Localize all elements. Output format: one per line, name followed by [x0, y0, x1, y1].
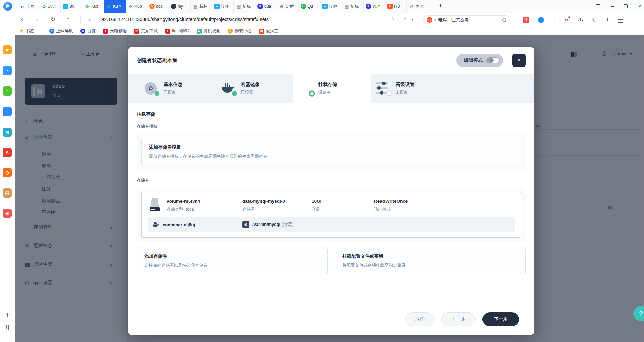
m-app-icon[interactable]: M: [3, 128, 12, 137]
bookmark-item[interactable]: ☺游戏中心: [228, 28, 251, 34]
bookmark-item[interactable]: ❋百度: [80, 28, 96, 34]
favorites-icon[interactable]: ★: [3, 45, 12, 54]
newtab-grid-icon: ▦: [193, 4, 198, 9]
browser-tab[interactable]: ▦新标: [342, 0, 364, 13]
sidebar-panel-icon[interactable]: [596, 4, 600, 9]
browser-tab[interactable]: ⊕定时: [277, 0, 299, 13]
step-container-image[interactable]: 容器镜像已设置: [216, 74, 293, 103]
status-badge: [232, 91, 237, 96]
browser-tab-active[interactable]: ❖Ku×: [104, 0, 126, 13]
volume-mount-row: container-xlj6uj ⚙ /var/lib/mysql (读写): [148, 217, 515, 232]
bilibili-icon: ••: [63, 4, 68, 9]
url-field[interactable]: 192.168.124.101:30880/shangyitong/cluste…: [99, 17, 389, 22]
undo-icon[interactable]: ↺▾: [577, 17, 583, 23]
maximize-button[interactable]: [624, 4, 628, 8]
browser-tab[interactable]: C(73: [385, 0, 407, 13]
minimize-button[interactable]: –: [611, 3, 614, 9]
browser-tab[interactable]: ••80、: [61, 0, 82, 13]
bookmark-item[interactable]: e上网导航: [49, 28, 73, 34]
wechat-icon[interactable]: ••: [3, 86, 12, 96]
refresh-button[interactable]: ↻: [51, 16, 55, 23]
dark-mode-moon-icon[interactable]: ☾: [592, 17, 596, 23]
browser-tab[interactable]: ••哔哩: [212, 0, 234, 13]
close-modal-button[interactable]: ×: [512, 54, 526, 67]
step-mount-storage-active[interactable]: 挂载存储设置中: [293, 74, 371, 103]
share-icon[interactable]: ↗: [403, 16, 407, 21]
bookmark-item[interactable]: T天猫精选: [103, 28, 127, 34]
add-volume-template-box[interactable]: 添加存储卷模板 添加存储卷模板，存储卷的生命周期将随容器组的生命周期存在: [141, 138, 521, 165]
cancel-button[interactable]: 取消: [405, 312, 435, 326]
search-box[interactable]: S ▾ 电焊工证怎么考: [423, 15, 510, 24]
lightning-icon[interactable]: ϟ: [391, 16, 394, 22]
browser-tab[interactable]: ❋管理: [364, 0, 385, 13]
browser-tab[interactable]: CQu: [299, 0, 320, 13]
previous-step-button[interactable]: 上一步: [441, 312, 476, 326]
adobe-pdf-icon[interactable]: A: [3, 148, 12, 157]
status-badge: [309, 90, 315, 97]
tab-close-icon[interactable]: ×: [119, 4, 121, 9]
browser-tab[interactable]: ◎怎么: [407, 0, 428, 13]
new-tab-button[interactable]: +: [439, 2, 442, 9]
docker-icon: [152, 222, 159, 228]
browser-tab[interactable]: ••哔哩: [320, 0, 342, 13]
bookmark-star-icon[interactable]: ☆: [87, 16, 92, 23]
back-button[interactable]: ‹: [21, 16, 23, 23]
browser-tab[interactable]: e上网: [18, 0, 39, 13]
download-icon[interactable]: ↓: [553, 17, 556, 23]
modal-header: 创建有状态副本集 编辑模式 ×: [128, 47, 534, 74]
dock-add-icon[interactable]: +: [3, 311, 12, 320]
home-button[interactable]: ⌂: [66, 16, 70, 23]
field-label: 存储卷: [137, 178, 526, 183]
storage-box-icon[interactable]: ▤: [3, 188, 12, 198]
edit-mode-toggle[interactable]: 编辑模式: [456, 54, 503, 67]
engine-dropdown-icon[interactable]: ▾: [435, 18, 436, 22]
tmall-icon: T: [103, 29, 108, 34]
search-app-icon[interactable]: Q: [3, 168, 12, 177]
infinity-icon[interactable]: ∞: [538, 17, 544, 23]
volume-card[interactable]: volume-m5f3n4存储类型: local data-mysql-mysq…: [141, 192, 521, 238]
menu-icon[interactable]: [618, 18, 623, 23]
screenshot-scissors-icon[interactable]: ✂: [565, 17, 569, 23]
plus-icon[interactable]: +: [605, 16, 609, 24]
toggle-switch[interactable]: [486, 57, 500, 63]
add-volume-box[interactable]: 添加存储卷 支持临时存储卷以及持久化存储卷: [137, 247, 328, 274]
step-advanced-settings[interactable]: 高级设置未设置: [371, 74, 448, 103]
browser-tab[interactable]: Sdoc: [147, 0, 169, 13]
translate-icon[interactable]: 译: [523, 17, 529, 23]
close-window-button[interactable]: ×: [638, 3, 641, 10]
clock-icon[interactable]: ◔: [3, 66, 12, 75]
browser-tab[interactable]: ↺历史: [39, 0, 61, 13]
tencent-video-icon: ▶: [197, 29, 202, 34]
sogou-icon: S: [149, 4, 155, 9]
dock-collapse-icon[interactable]: ⟨|: [3, 322, 12, 331]
quark-icon: ◎: [409, 4, 414, 9]
browser-tab[interactable]: ❖Kub: [126, 0, 147, 13]
browser-logo-icon[interactable]: [3, 2, 12, 11]
bookmark-item[interactable]: ▶腾讯视频: [197, 28, 220, 34]
bookmarks-manager[interactable]: ★书签: [19, 28, 34, 34]
window-controls: – ×: [596, 0, 641, 13]
bookmark-item[interactable]: Fflash游戏: [165, 28, 189, 34]
browser-tab[interactable]: ❋qua: [255, 0, 277, 13]
browser-tab[interactable]: ▦新标: [191, 0, 212, 13]
forward-button[interactable]: ›: [36, 16, 38, 23]
browser-tab[interactable]: ▦新标: [234, 0, 255, 13]
browser-tab[interactable]: ❖Kub: [82, 0, 104, 13]
step-basic-info[interactable]: 基本信息已设置: [139, 74, 216, 103]
modal-title: 创建有状态副本集: [137, 57, 177, 64]
status-badge: [386, 90, 392, 96]
divider: [42, 29, 42, 33]
bookmark-item[interactable]: 淘爱淘宝: [259, 28, 278, 34]
newtab-grid-icon: ▦: [236, 4, 241, 9]
mount-config-box[interactable]: 挂载配置文件或密钥 将配置文件或密钥挂载至指定目录: [335, 247, 526, 274]
green-c-icon: C: [301, 4, 306, 9]
share-dropdown-icon[interactable]: ▾: [412, 18, 413, 21]
baidu-icon: ❋: [366, 4, 371, 9]
next-step-button[interactable]: 下一步: [482, 312, 519, 326]
camera-app-icon[interactable]: ◉: [3, 209, 12, 218]
bookmark-item[interactable]: JD京东商城: [134, 28, 158, 34]
search-query[interactable]: 电焊工证怎么考: [438, 17, 469, 23]
cloud-upload-icon[interactable]: ↑: [3, 107, 12, 116]
search-icon[interactable]: [502, 18, 506, 22]
browser-tab[interactable]: ~my: [169, 0, 191, 13]
